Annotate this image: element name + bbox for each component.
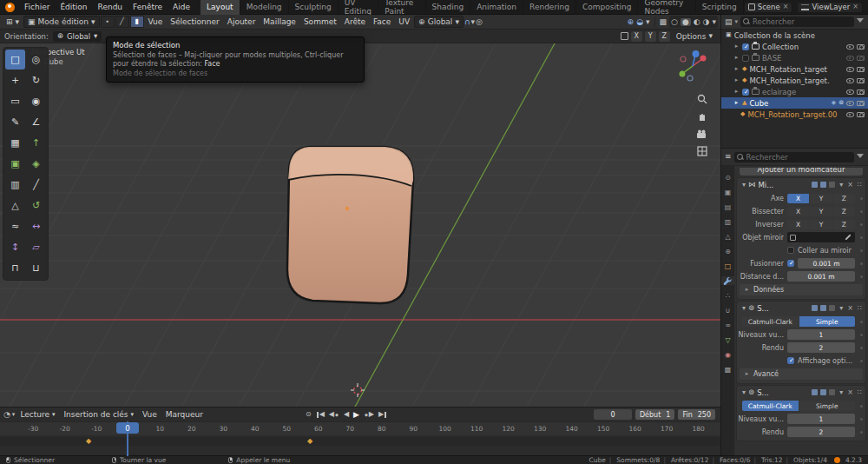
tool-edge-slide[interactable]: ↔ [26, 216, 46, 236]
realtime-toggle-icon[interactable] [820, 389, 826, 395]
cube-object[interactable] [287, 147, 413, 303]
flip-y-button[interactable]: Y [810, 220, 832, 229]
show-gizmo-icon[interactable]: ⊕ [628, 18, 635, 26]
menu-sommet[interactable]: Sommet [300, 15, 340, 30]
expand-caret-icon[interactable]: ▸ [733, 43, 740, 50]
menu-vue-timeline[interactable]: Vue [139, 408, 161, 422]
timeline-editor-icon[interactable]: ◔ [3, 411, 10, 419]
catmull-clark-button[interactable]: Catmull-Clark [742, 316, 799, 327]
tool-extrude-region[interactable]: ↑ [26, 133, 46, 153]
catmull-clark-button[interactable]: Catmull-Clark [742, 401, 799, 411]
realtime-toggle-icon[interactable] [820, 182, 826, 188]
tab-modifiers[interactable] [721, 276, 734, 285]
tab-render[interactable]: ▣ [721, 188, 734, 196]
orientation-dropdown[interactable]: ⊕ Global ▾ [53, 31, 102, 42]
tool-annotate[interactable]: ✎ [5, 112, 25, 132]
wireframe-shading-icon[interactable]: ○ [671, 18, 678, 26]
3d-viewport[interactable]: Perspective Ut (0) Cube □ ◎ + ↻ ▭ ◉ ✎ ∠ … [0, 43, 720, 407]
edge-select-button[interactable]: ╱ [115, 16, 129, 28]
edit-mode-toggle-icon[interactable] [812, 389, 818, 395]
tool-select-box[interactable]: □ [5, 50, 25, 70]
advanced-subpanel-header[interactable]: ▸ Avancé [740, 368, 863, 380]
remove-viewlayer-icon[interactable]: × [852, 3, 858, 10]
chevron-down-icon[interactable]: ▾ [712, 18, 716, 26]
bisect-z-button[interactable]: Z [833, 207, 855, 216]
tool-scale[interactable]: ▭ [5, 91, 25, 111]
outliner-search-input[interactable] [753, 17, 852, 26]
chevron-down-icon[interactable]: ▾ [12, 412, 16, 418]
collection-exclude-checkbox[interactable] [742, 89, 749, 96]
tool-bevel[interactable]: ◈ [26, 154, 46, 174]
extras-chevron-icon[interactable]: ▾ [839, 389, 843, 396]
render-visibility-icon[interactable] [857, 101, 865, 106]
start-frame-field[interactable]: Début 1 [635, 409, 674, 420]
workspace-tab-uv-editing[interactable]: UV Editing [339, 0, 379, 15]
tool-measure[interactable]: ∠ [26, 112, 46, 132]
menu-fichier[interactable]: Fichier [19, 0, 55, 15]
timeline-ruler[interactable]: -30-20 -100 1020 3040 5060 7080 90100 11… [0, 421, 720, 435]
menu-face[interactable]: Face [370, 15, 394, 30]
unlink-scene-icon[interactable]: × [783, 3, 789, 10]
bisect-distance-field[interactable]: 0.001 m [787, 271, 855, 282]
render-visibility-icon[interactable] [857, 44, 865, 50]
levels-viewport-field[interactable]: 1 [787, 414, 855, 424]
tab-particles[interactable]: ∴ [721, 291, 734, 300]
hide-eye-icon[interactable] [846, 65, 854, 73]
tool-shrink-fatten[interactable]: ↕ [5, 237, 25, 257]
expand-caret-icon[interactable]: ▸ [733, 77, 740, 83]
tab-tool[interactable]: ⊙ [721, 173, 734, 182]
keyframe-diamond[interactable]: ◆ [307, 438, 312, 445]
keyframe-diamond[interactable]: ◆ [86, 438, 91, 445]
tool-rip-edge[interactable]: ⊔ [26, 258, 46, 278]
menu-vue[interactable]: Vue [145, 15, 167, 30]
tool-rip-region[interactable]: ⊓ [5, 258, 25, 278]
optimal-display-checkbox[interactable] [787, 357, 794, 364]
expand-caret-icon[interactable]: ▸ [733, 100, 740, 106]
tab-scene[interactable]: △ [721, 232, 734, 241]
axis-z-button[interactable]: Z [833, 194, 855, 203]
face-select-button[interactable]: ▮ [130, 16, 144, 28]
snap-magnet-icon[interactable]: ∩ [464, 18, 470, 26]
pan-hand-icon[interactable] [697, 111, 707, 122]
mirror-panel-header[interactable]: ▾ ⋈ Mi... ▾ × ∷ [737, 178, 865, 191]
mirror-y-button[interactable]: Y [645, 31, 656, 42]
current-frame-indicator[interactable]: 0 [116, 422, 139, 434]
drag-grip-icon[interactable]: ∷ [858, 389, 862, 396]
menu-maillage[interactable]: Maillage [260, 15, 299, 30]
play-button[interactable]: ▶ [353, 411, 359, 419]
current-frame-field[interactable]: 0 [594, 409, 632, 420]
outliner-row-mch-rotation-target[interactable]: ▸ ◆ MCH_Rotation_target [721, 63, 868, 75]
hide-eye-icon[interactable] [846, 88, 854, 96]
workspace-tab-scripting[interactable]: Scripting [696, 0, 744, 15]
tab-texture[interactable]: ▩ [721, 365, 734, 374]
filter-icon[interactable] [857, 18, 865, 25]
collection-exclude-checkbox[interactable] [742, 43, 749, 50]
tool-spin[interactable]: ↺ [26, 196, 46, 215]
ortho-grid-icon[interactable] [697, 146, 707, 156]
tool-smooth[interactable]: ≈ [5, 216, 25, 236]
outliner-row-mch-rotation-target-2[interactable]: ▸ ◆ MCH_Rotation_target. [721, 75, 868, 86]
filter-icon[interactable] [857, 154, 865, 161]
blender-logo-icon[interactable] [5, 3, 15, 12]
tool-rotate[interactable]: ↻ [26, 70, 46, 90]
workspace-tab-modeling[interactable]: Modeling [240, 0, 289, 15]
render-visibility-icon[interactable] [857, 56, 865, 61]
expand-caret-icon[interactable]: ▸ [733, 66, 740, 72]
clip-checkbox[interactable] [787, 247, 794, 254]
tool-loop-cut[interactable]: ▥ [5, 175, 25, 195]
transform-orientation-dropdown[interactable]: ⊕ Global ▾ [414, 16, 464, 28]
hide-eye-icon[interactable] [846, 99, 854, 107]
menu-edition[interactable]: Édition [55, 0, 92, 15]
tool-add-cube[interactable]: ▦ [5, 133, 25, 153]
hide-eye-icon[interactable] [846, 110, 854, 118]
add-modifier-button[interactable]: Ajouter un modificateur [740, 168, 863, 176]
tool-move[interactable]: + [5, 70, 25, 90]
xray-toggle-icon[interactable]: ▩ [660, 18, 667, 26]
hide-eye-icon[interactable] [846, 76, 854, 84]
menu-insertion-cles[interactable]: Insertion de clés ▾ [60, 408, 137, 422]
subsurf2-panel-header[interactable]: ▾ ⊚ S... ▾ × ∷ [737, 386, 865, 399]
render-visibility-icon[interactable] [857, 112, 865, 117]
timeline-tracks[interactable]: ◆ ◆ [0, 435, 720, 456]
workspace-tab-compositing[interactable]: Compositing [576, 0, 638, 15]
flip-z-button[interactable]: Z [833, 220, 855, 229]
